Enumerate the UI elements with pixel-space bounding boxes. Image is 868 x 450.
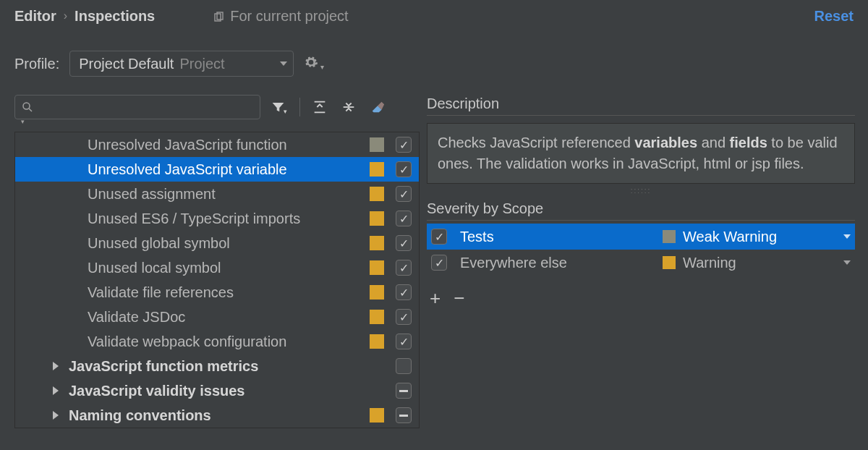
inspection-row[interactable]: Validate webpack configuration [15,329,419,354]
filter-icon[interactable]: ▾ [271,98,289,116]
chevron-right-icon: › [64,9,67,22]
description-title: Description [427,95,855,116]
inspection-name: Naming conventions [69,407,370,424]
expand-all-icon[interactable] [310,98,329,116]
severity-indicator [370,137,384,152]
inspection-checkbox[interactable] [396,407,412,423]
inspection-name: Unused local symbol [88,260,370,276]
inspection-checkbox[interactable] [396,137,412,153]
inspection-row[interactable]: Unused assignment [15,182,419,206]
severity-indicator [370,408,384,423]
scope-row[interactable]: Everywhere elseWarning [427,250,855,276]
inspection-name: Validate JSDoc [88,309,370,326]
inspection-checkbox[interactable] [396,260,412,276]
remove-scope-button[interactable]: − [454,287,464,310]
inspection-row[interactable]: Unresolved JavaScript variable [15,157,419,182]
severity-select[interactable]: Warning [663,255,851,271]
eraser-icon[interactable] [368,98,387,116]
breadcrumb-item[interactable]: Editor [14,8,56,25]
description-text: Checks JavaScript referenced variables a… [427,123,855,184]
inspection-checkbox[interactable] [396,235,412,251]
severity-scope-table: TestsWeak WarningEverywhere elseWarning [427,224,855,276]
severity-indicator [370,310,384,324]
severity-indicator [370,285,384,300]
chevron-down-icon [843,234,851,239]
inspection-row[interactable]: Naming conventions [15,403,419,428]
inspection-name: Unresolved JavaScript function [88,137,370,153]
copy-icon [213,10,224,22]
scope-name: Tests [454,229,655,245]
resize-handle-icon[interactable]: :::::: [427,184,855,198]
inspection-row[interactable]: Validate file references [15,280,419,305]
for-current-project-label: For current project [213,8,348,25]
severity-indicator [370,162,384,177]
inspection-name: JavaScript function metrics [69,358,370,375]
expand-arrow-icon[interactable] [53,411,59,420]
inspection-row[interactable]: Validate JSDoc [15,305,419,329]
chevron-down-icon [280,61,287,66]
inspection-name: Unresolved JavaScript variable [88,161,370,178]
inspection-checkbox[interactable] [396,186,412,202]
expand-arrow-icon[interactable] [53,362,59,370]
breadcrumb: Editor › Inspections [14,8,155,25]
severity-indicator [370,334,384,349]
severity-indicator [370,211,384,226]
inspection-checkbox[interactable] [396,211,412,226]
scope-row[interactable]: TestsWeak Warning [427,224,855,250]
inspection-row[interactable]: Unused ES6 / TypeScript imports [15,206,419,231]
add-scope-button[interactable]: + [430,287,441,310]
gear-icon[interactable]: ▾ [304,55,323,72]
severity-title: Severity by Scope [427,200,855,221]
scope-name: Everywhere else [454,255,655,271]
inspection-checkbox[interactable] [396,383,412,399]
severity-indicator [370,236,384,250]
inspection-row[interactable]: Unused global symbol [15,231,419,255]
inspection-name: Unused ES6 / TypeScript imports [88,211,370,227]
profile-select[interactable]: Project Default Project [69,51,294,77]
inspection-checkbox[interactable] [396,309,412,325]
inspection-row[interactable]: JavaScript function metrics [15,354,419,378]
search-input[interactable]: ▾ [14,95,260,119]
severity-select[interactable]: Weak Warning [663,229,851,245]
severity-indicator [370,383,384,398]
collapse-all-icon[interactable] [339,98,358,116]
severity-color-icon [663,256,676,269]
severity-indicator [370,187,384,201]
inspection-checkbox[interactable] [396,284,412,300]
inspection-name: Validate file references [88,284,370,301]
scope-checkbox[interactable] [431,255,447,271]
expand-arrow-icon[interactable] [53,386,59,395]
inspection-checkbox[interactable] [396,334,412,349]
inspection-checkbox[interactable] [396,161,412,177]
inspections-tree[interactable]: Unresolved JavaScript functionUnresolved… [14,132,420,428]
scope-checkbox[interactable] [431,229,447,245]
severity-color-icon [663,230,676,243]
chevron-down-icon [843,260,851,265]
svg-point-2 [23,103,30,109]
inspection-name: Validate webpack configuration [88,334,370,350]
inspection-name: Unused assignment [88,186,370,203]
inspection-name: Unused global symbol [88,235,370,252]
svg-line-3 [29,109,32,111]
inspection-checkbox[interactable] [396,358,412,374]
breadcrumb-item[interactable]: Inspections [75,8,155,25]
search-icon: ▾ [21,101,34,114]
inspection-row[interactable]: Unused local symbol [15,255,419,280]
reset-link[interactable]: Reset [814,8,854,25]
profile-label: Profile: [14,56,59,72]
inspection-row[interactable]: JavaScript validity issues [15,378,419,403]
inspection-row[interactable]: Unresolved JavaScript function [15,132,419,157]
severity-indicator [370,260,384,275]
inspection-name: JavaScript validity issues [69,383,370,399]
severity-indicator [370,359,384,373]
